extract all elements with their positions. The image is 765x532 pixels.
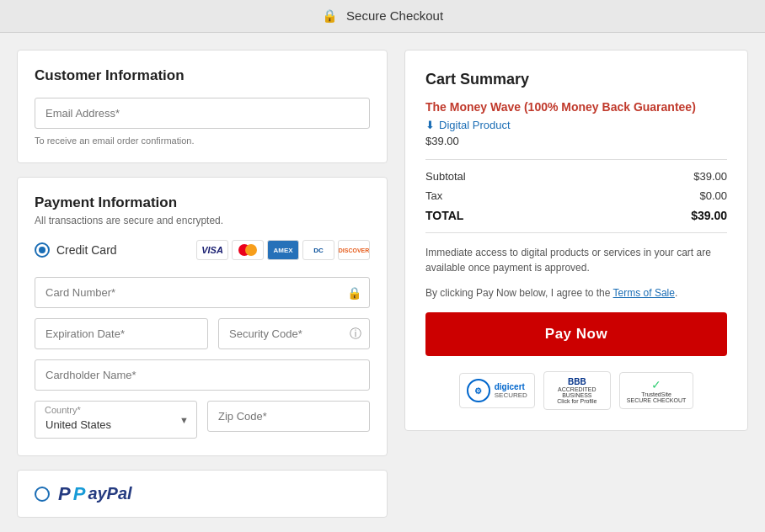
bbb-badge-inner: BBB ACCREDITEDBUSINESSClick for Profile — [557, 377, 596, 404]
credit-card-row: Credit Card VISA AMEX DC DISCOVER — [35, 240, 370, 260]
card-lock-icon: 🔒 — [347, 286, 361, 300]
terms-prefix: By clicking Pay Now below, I agree to th… — [425, 287, 613, 299]
security-info-icon[interactable]: ⓘ — [350, 327, 361, 342]
paypal-p2: P — [73, 485, 86, 503]
tax-value: $0.00 — [699, 189, 727, 202]
cart-divider-2 — [425, 232, 727, 233]
terms-suffix: . — [675, 287, 677, 299]
email-input[interactable] — [35, 98, 370, 129]
zip-field-wrap — [207, 401, 370, 439]
left-column: Customer Information To receive an email… — [17, 50, 388, 518]
card-number-wrap: 🔒 — [35, 277, 370, 308]
terms-of-sale-link[interactable]: Terms of Sale — [613, 287, 675, 299]
trusted-text: TrustedSiteSECURE CHECKOUT — [627, 391, 686, 403]
customer-info-title: Customer Information — [35, 67, 370, 84]
card-icons: VISA AMEX DC DISCOVER — [196, 240, 370, 260]
bbb-badge: BBB ACCREDITEDBUSINESSClick for Profile — [543, 371, 611, 410]
trusted-check-icon: ✓ — [651, 378, 661, 391]
tax-label: Tax — [425, 189, 442, 202]
mastercard-icon — [232, 240, 264, 260]
security-wrap: ⓘ — [218, 318, 370, 349]
cart-title: Cart Summary — [425, 71, 727, 88]
digicert-text: digicert SECURED — [495, 382, 527, 399]
email-field-wrap — [35, 98, 370, 129]
digicert-badge-inner: ⚙ digicert SECURED — [467, 379, 527, 402]
credit-card-text: Credit Card — [56, 243, 117, 257]
paypal-radio[interactable] — [35, 487, 50, 502]
exp-security-row: ⓘ — [35, 318, 370, 349]
total-row: TOTAL $39.00 — [425, 209, 727, 222]
diners-icon: DC — [302, 240, 334, 260]
tax-row: Tax $0.00 — [425, 189, 727, 202]
paypal-text: ayPal — [88, 484, 131, 503]
payment-info-section: Payment Information All transactions are… — [17, 177, 388, 456]
subtotal-value: $39.00 — [693, 170, 727, 183]
product-digital: ⬇ Digital Product — [425, 119, 727, 131]
country-zip-row: Country* United States Canada United Kin… — [35, 401, 370, 439]
pay-now-button[interactable]: Pay Now — [425, 312, 727, 356]
cart-summary: Cart Summary The Money Wave (100% Money … — [404, 50, 748, 431]
customer-info-section: Customer Information To receive an email… — [17, 50, 388, 163]
payment-info-title: Payment Information — [35, 194, 370, 211]
product-type: Digital Product — [439, 119, 511, 131]
cart-note: Immediate access to digital products or … — [425, 245, 727, 275]
subtotal-label: Subtotal — [425, 170, 466, 183]
payment-subtitle: All transactions are secure and encrypte… — [35, 215, 370, 226]
paypal-logo: P P ayPal — [58, 484, 132, 503]
main-layout: Customer Information To receive an email… — [0, 33, 765, 532]
cardholder-wrap — [35, 359, 370, 391]
product-price: $39.00 — [425, 135, 727, 147]
paypal-section[interactable]: P P ayPal — [17, 470, 388, 518]
digicert-badge: ⚙ digicert SECURED — [459, 373, 535, 408]
paypal-p1: P — [58, 485, 71, 503]
amex-icon: AMEX — [267, 240, 299, 260]
cardholder-input[interactable] — [35, 359, 370, 391]
discover-icon: DISCOVER — [338, 240, 370, 260]
mc-orange-circle — [245, 244, 257, 256]
visa-icon: VISA — [196, 240, 228, 260]
cart-divider-1 — [425, 159, 727, 160]
trust-badges: ⚙ digicert SECURED BBB ACCREDITEDBUSINES… — [425, 371, 727, 410]
zip-input[interactable] — [207, 401, 370, 432]
card-number-input[interactable] — [35, 277, 370, 308]
security-code-input[interactable] — [218, 318, 370, 349]
total-label: TOTAL — [425, 209, 463, 222]
bbb-logo: BBB — [568, 377, 586, 386]
bbb-text: ACCREDITEDBUSINESSClick for Profile — [557, 386, 596, 404]
digicert-icon: ⚙ — [467, 379, 490, 402]
credit-card-radio[interactable] — [35, 242, 50, 258]
country-select[interactable]: United States Canada United Kingdom Aust… — [35, 401, 197, 439]
product-title: The Money Wave (100% Money Back Guarante… — [425, 100, 727, 114]
terms-row: By clicking Pay Now below, I agree to th… — [425, 287, 727, 299]
credit-card-label: Credit Card — [35, 242, 117, 258]
country-select-wrap: Country* United States Canada United Kin… — [35, 401, 197, 439]
checkout-header: 🔒 Secure Checkout — [0, 0, 765, 33]
expiration-input[interactable] — [35, 318, 208, 349]
email-hint: To receive an email order confirmation. — [35, 136, 370, 146]
lock-icon: 🔒 — [322, 8, 338, 23]
header-title: Secure Checkout — [346, 8, 443, 23]
subtotal-row: Subtotal $39.00 — [425, 170, 727, 183]
download-icon: ⬇ — [425, 119, 435, 131]
trusted-badge-inner: ✓ TrustedSiteSECURE CHECKOUT — [627, 378, 686, 403]
trustedsite-badge: ✓ TrustedSiteSECURE CHECKOUT — [619, 372, 693, 409]
total-value: $39.00 — [691, 209, 727, 222]
